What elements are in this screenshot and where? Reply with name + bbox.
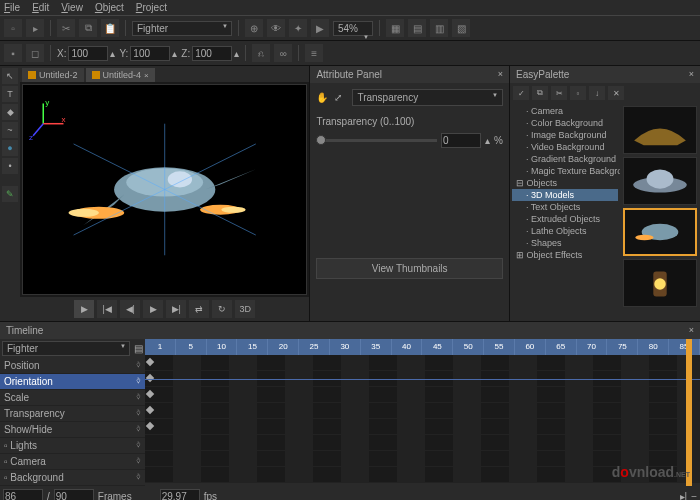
tree-item[interactable]: · Color Background [512, 117, 618, 129]
ruler-tick[interactable]: 1 [145, 339, 176, 355]
tree-item[interactable]: · Image Background [512, 129, 618, 141]
tree-item[interactable]: · Gradient Background [512, 153, 618, 165]
end-icon[interactable]: ▸| [680, 491, 688, 500]
tree-item[interactable]: · Lathe Objects [512, 225, 618, 237]
thumb-fighter[interactable] [623, 208, 697, 256]
select-icon[interactable]: ▪ [4, 44, 22, 62]
menu-view[interactable]: View [61, 2, 83, 13]
import-icon[interactable]: ↓ [589, 86, 605, 100]
track-scale[interactable]: Scale⎀ [0, 390, 145, 406]
transparency-input[interactable] [441, 133, 481, 148]
align-icon[interactable]: ≡ [305, 44, 323, 62]
ruler-tick[interactable]: 80 [638, 339, 669, 355]
sphere-icon[interactable]: ● [2, 140, 18, 156]
pointer-icon[interactable]: ↖ [2, 68, 18, 84]
filter-icon[interactable]: ▤ [134, 343, 143, 354]
layout4-icon[interactable]: ▧ [452, 19, 470, 37]
close-icon[interactable]: × [689, 325, 694, 336]
check-icon[interactable]: ✓ [513, 86, 529, 100]
thumb-ufo[interactable] [623, 157, 697, 205]
text-icon[interactable]: T [2, 86, 18, 102]
transparency-slider[interactable] [316, 139, 437, 142]
timeline-row[interactable] [145, 371, 700, 387]
tree-item[interactable]: · Camera [512, 105, 618, 117]
viewport-3d[interactable]: y x z [22, 84, 307, 295]
spinner-icon[interactable]: ▴ [234, 48, 239, 59]
track-show-hide[interactable]: Show/Hide⎀ [0, 422, 145, 438]
cut-icon[interactable]: ✂ [57, 19, 75, 37]
track-lights[interactable]: ▫ Lights⎀ [0, 438, 145, 454]
rect-icon[interactable]: ◻ [26, 44, 44, 62]
timeline-row[interactable] [145, 419, 700, 435]
copy-icon[interactable]: ⧉ [79, 19, 97, 37]
tree-item[interactable]: · Extruded Objects [512, 213, 618, 225]
object-dropdown[interactable]: Fighter [132, 21, 232, 36]
tree-item[interactable]: ⊟ Objects [512, 177, 618, 189]
lock-icon[interactable]: ⎌ [252, 44, 270, 62]
tree-item[interactable]: · Magic Texture Backgroun [512, 165, 618, 177]
shape-icon[interactable]: ◆ [2, 104, 18, 120]
timeline-row[interactable] [145, 387, 700, 403]
delete-icon[interactable]: ✕ [608, 86, 624, 100]
track-position[interactable]: Position⎀ [0, 358, 145, 374]
timeline-row[interactable] [145, 403, 700, 419]
pan-icon[interactable]: ⤢ [334, 92, 348, 103]
next-icon[interactable]: ▶| [166, 300, 186, 318]
view-thumbnails-button[interactable]: View Thumbnails [316, 258, 503, 279]
tab-untitled-4[interactable]: Untitled-4 × [86, 68, 155, 82]
x-input[interactable] [68, 46, 108, 61]
ruler-tick[interactable]: 35 [361, 339, 392, 355]
cut-icon[interactable]: ✂ [551, 86, 567, 100]
fps-input[interactable] [160, 489, 200, 500]
ruler-tick[interactable]: 5 [176, 339, 207, 355]
rotate-icon[interactable]: ↻ [212, 300, 232, 318]
timeline-row[interactable] [145, 435, 700, 451]
prev-icon[interactable]: ◀| [120, 300, 140, 318]
zoom-dropdown[interactable]: 54% [333, 21, 373, 36]
timeline-row[interactable] [145, 355, 700, 371]
z-input[interactable] [192, 46, 232, 61]
spinner-icon[interactable]: ▴ [485, 135, 490, 146]
timeline-object-dropdown[interactable]: Fighter [2, 341, 130, 356]
track-background[interactable]: ▫ Background⎀ [0, 470, 145, 486]
new-icon[interactable]: ▫ [4, 19, 22, 37]
open-icon[interactable]: ▸ [26, 19, 44, 37]
edit-icon[interactable]: ✎ [2, 186, 18, 202]
spinner-icon[interactable]: ▴ [172, 48, 177, 59]
thumb-lantern[interactable] [623, 259, 697, 307]
play-icon[interactable]: ▶ [74, 300, 94, 318]
ruler-tick[interactable]: 50 [453, 339, 484, 355]
track-transparency[interactable]: Transparency⎀ [0, 406, 145, 422]
total-frames-input[interactable] [54, 489, 94, 500]
dot-icon[interactable]: • [2, 158, 18, 174]
close-icon[interactable]: × [689, 69, 694, 80]
tree-item[interactable]: · Video Background [512, 141, 618, 153]
ruler-tick[interactable]: 20 [268, 339, 299, 355]
close-icon[interactable]: × [498, 69, 503, 80]
first-icon[interactable]: |◀ [97, 300, 117, 318]
attr-dropdown[interactable]: Transparency [352, 89, 503, 106]
path-icon[interactable]: ~ [2, 122, 18, 138]
ruler-tick[interactable]: 15 [237, 339, 268, 355]
loop-icon[interactable]: ⇄ [189, 300, 209, 318]
ruler-tick[interactable]: 65 [546, 339, 577, 355]
tab-untitled-2[interactable]: Untitled-2 [22, 68, 84, 82]
timeline-ruler[interactable]: 1510152025303540455055606570758085 [145, 339, 700, 355]
ruler-tick[interactable]: 40 [392, 339, 423, 355]
track-orientation[interactable]: Orientation⎀ [0, 374, 145, 390]
wand-icon[interactable]: ✦ [289, 19, 307, 37]
ruler-tick[interactable]: 25 [299, 339, 330, 355]
ruler-tick[interactable]: 10 [207, 339, 238, 355]
zoom-out-icon[interactable]: − [691, 491, 697, 500]
y-input[interactable] [130, 46, 170, 61]
ruler-tick[interactable]: 60 [515, 339, 546, 355]
play2-icon[interactable]: ▶ [143, 300, 163, 318]
tree-item[interactable]: · Shapes [512, 237, 618, 249]
current-frame-input[interactable] [3, 489, 43, 500]
tree-item[interactable]: · 3D Models [512, 189, 618, 201]
thumb-ship[interactable] [623, 106, 697, 154]
menu-edit[interactable]: Edit [32, 2, 49, 13]
menu-object[interactable]: Object [95, 2, 124, 13]
tree-item[interactable]: ⊞ Object Effects [512, 249, 618, 261]
ruler-tick[interactable]: 55 [484, 339, 515, 355]
